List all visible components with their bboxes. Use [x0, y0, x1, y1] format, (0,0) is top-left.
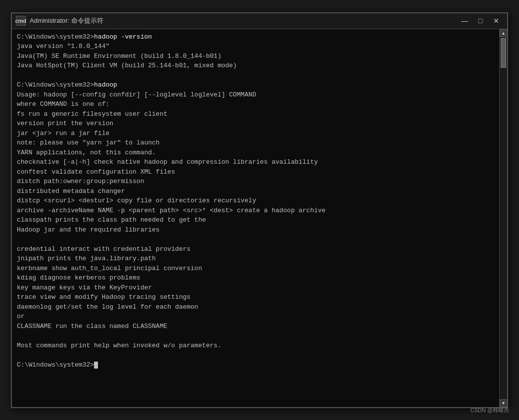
terminal-line: jnipath prints the java.library.path	[17, 254, 494, 264]
terminal-line: kdiag diagnose kerberos problems	[17, 273, 494, 283]
terminal-line: Java HotSpot(TM) Client VM (build 25.144…	[17, 61, 494, 71]
terminal-line: CLASSNAME run the class named CLASSNAME	[17, 322, 494, 331]
terminal-line: classpath prints the class path needed t…	[17, 215, 494, 225]
terminal-line: Most commands print help when invoked w/…	[17, 341, 494, 351]
window-title: Administrator: 命令提示符	[30, 16, 458, 25]
scroll-thumb[interactable]	[501, 38, 506, 68]
terminal-line	[17, 71, 494, 81]
close-button[interactable]: ✕	[489, 15, 503, 26]
terminal-line: archive -archiveName NAME -p <parent pat…	[17, 206, 494, 216]
terminal-line: or	[17, 312, 494, 322]
watermark: CSDN @韩曜亮	[471, 407, 509, 414]
terminal-line: jar <jar> run a jar file	[17, 129, 494, 139]
terminal-line: credential interact with credential prov…	[17, 244, 494, 254]
terminal-line	[17, 234, 494, 244]
terminal-line: conftest validate configuration XML file…	[17, 167, 494, 177]
terminal-line: key manage keys via the KeyProvider	[17, 283, 494, 293]
terminal-line: kerbname show auth_to_local principal co…	[17, 264, 494, 274]
terminal-line: distcp <srcurl> <desturl> copy file or d…	[17, 196, 494, 206]
terminal-window: cmd Administrator: 命令提示符 — □ ✕ C:\Window…	[11, 12, 508, 408]
terminal-body: C:\Windows\system32>hadoop -versionjava …	[12, 29, 507, 407]
terminal-line: C:\Windows\system32>hadoop -version	[17, 32, 494, 42]
window-controls: — □ ✕	[458, 15, 503, 26]
terminal-line: daemonlog get/set the log level for each…	[17, 302, 494, 312]
terminal-output[interactable]: C:\Windows\system32>hadoop -versionjava …	[12, 29, 499, 407]
terminal-line	[17, 350, 494, 360]
scroll-down-arrow[interactable]: ▼	[500, 399, 508, 407]
terminal-line: YARN applications, not this command.	[17, 148, 494, 158]
terminal-line: C:\Windows\system32>	[17, 360, 494, 370]
terminal-line: trace view and modify Hadoop tracing set…	[17, 292, 494, 302]
window-icon: cmd	[16, 16, 26, 26]
terminal-line: distributed metadata changer	[17, 187, 494, 196]
terminal-line: distch path:owner:group:permisson	[17, 177, 494, 187]
terminal-line: Usage: hadoop [--config confdir] [--logl…	[17, 90, 494, 100]
terminal-line: Java(TM) SE Runtime Environment (build 1…	[17, 51, 494, 61]
terminal-line: java version "1.8.0_144"	[17, 42, 494, 51]
terminal-line: version print the version	[17, 119, 494, 129]
terminal-line: Hadoop jar and the required libraries	[17, 225, 494, 235]
terminal-line: note: please use "yarn jar" to launch	[17, 138, 494, 148]
scrollbar[interactable]: ▲ ▼	[499, 29, 507, 407]
scroll-track	[500, 37, 507, 399]
terminal-line: C:\Windows\system32>hadoop	[17, 80, 494, 90]
terminal-line	[17, 331, 494, 341]
terminal-line: where COMMAND is one of:	[17, 99, 494, 109]
terminal-line: checknative [-a|-h] check native hadoop …	[17, 157, 494, 167]
scroll-up-arrow[interactable]: ▲	[500, 29, 508, 37]
minimize-button[interactable]: —	[458, 15, 472, 26]
title-bar: cmd Administrator: 命令提示符 — □ ✕	[12, 13, 507, 29]
maximize-button[interactable]: □	[473, 15, 487, 26]
terminal-line: fs run a generic filesystem user client	[17, 109, 494, 119]
